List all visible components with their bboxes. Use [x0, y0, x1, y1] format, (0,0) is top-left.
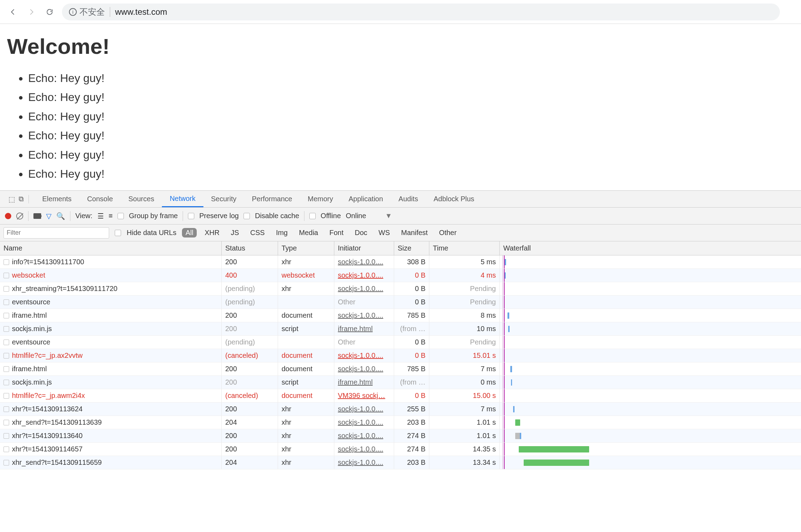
initiator-link[interactable]: sockjs-1.0.0.... — [338, 285, 383, 293]
filter-type-all[interactable]: All — [182, 228, 197, 238]
tab-adblock-plus[interactable]: Adblock Plus — [426, 191, 482, 207]
col-status[interactable]: Status — [222, 241, 278, 255]
filter-type-manifest[interactable]: Manifest — [398, 228, 431, 238]
waterfall-bar — [507, 312, 509, 319]
large-rows-icon[interactable]: ☰ — [97, 212, 104, 220]
initiator-link[interactable]: sockjs-1.0.0.... — [338, 445, 383, 453]
row-checkbox[interactable] — [4, 353, 9, 359]
tab-application[interactable]: Application — [341, 191, 391, 207]
tab-memory[interactable]: Memory — [300, 191, 341, 207]
col-time[interactable]: Time — [429, 241, 500, 255]
device-toggle-icon[interactable]: ⧉ — [19, 195, 24, 203]
row-checkbox[interactable] — [4, 460, 9, 466]
row-checkbox[interactable] — [4, 393, 9, 399]
preserve-log-checkbox[interactable] — [188, 213, 194, 219]
filter-type-doc[interactable]: Doc — [351, 228, 371, 238]
table-row[interactable]: xhr_streaming?t=1541309111720(pending)xh… — [0, 282, 801, 296]
filter-toggle-icon[interactable]: ▽ — [46, 212, 51, 220]
screenshot-icon[interactable] — [33, 213, 41, 219]
initiator-link[interactable]: sockjs-1.0.0.... — [338, 365, 383, 373]
filter-type-css[interactable]: CSS — [247, 228, 268, 238]
table-row[interactable]: xhr_send?t=1541309115659204xhrsockjs-1.0… — [0, 456, 801, 469]
col-size[interactable]: Size — [394, 241, 429, 255]
filter-type-media[interactable]: Media — [295, 228, 321, 238]
initiator-link[interactable]: sockjs-1.0.0.... — [338, 352, 383, 360]
disable-cache-checkbox[interactable] — [244, 213, 250, 219]
filter-type-js[interactable]: JS — [227, 228, 242, 238]
initiator-link[interactable]: VM396 sockj… — [338, 392, 385, 400]
reload-button[interactable] — [44, 6, 56, 18]
row-checkbox[interactable] — [4, 420, 9, 425]
chevron-down-icon[interactable]: ▼ — [385, 212, 392, 220]
offline-checkbox[interactable] — [309, 213, 316, 219]
tab-security[interactable]: Security — [203, 191, 244, 207]
table-row[interactable]: xhr?t=1541309114657200xhrsockjs-1.0.0...… — [0, 443, 801, 456]
initiator-link[interactable]: sockjs-1.0.0.... — [338, 258, 383, 266]
col-initiator[interactable]: Initiator — [334, 241, 394, 255]
hide-data-urls-checkbox[interactable] — [115, 230, 121, 236]
row-checkbox[interactable] — [4, 313, 9, 318]
initiator-link[interactable]: sockjs-1.0.0.... — [338, 458, 383, 467]
table-row[interactable]: xhr?t=1541309113640200xhrsockjs-1.0.0...… — [0, 429, 801, 443]
row-checkbox[interactable] — [4, 433, 9, 439]
table-row[interactable]: sockjs.min.js200scriptiframe.html(from …… — [0, 322, 801, 336]
initiator-link[interactable]: sockjs-1.0.0.... — [338, 432, 383, 440]
tab-network[interactable]: Network — [162, 191, 203, 207]
clear-button[interactable] — [16, 213, 23, 220]
row-checkbox[interactable] — [4, 326, 9, 332]
col-name[interactable]: Name — [0, 241, 222, 255]
tab-console[interactable]: Console — [79, 191, 120, 207]
row-checkbox[interactable] — [4, 259, 9, 265]
row-checkbox[interactable] — [4, 273, 9, 278]
search-icon[interactable]: 🔍 — [56, 212, 65, 220]
table-row[interactable]: htmlfile?c=_jp.awm2i4x(canceled)document… — [0, 389, 801, 403]
initiator-link[interactable]: sockjs-1.0.0.... — [338, 418, 383, 426]
tab-elements[interactable]: Elements — [34, 191, 79, 207]
col-waterfall[interactable]: Waterfall — [500, 241, 801, 255]
table-row[interactable]: info?t=1541309111700200xhrsockjs-1.0.0..… — [0, 255, 801, 269]
initiator-link[interactable]: iframe.html — [338, 325, 373, 333]
small-rows-icon[interactable]: ≡ — [109, 212, 113, 220]
filter-type-img[interactable]: Img — [272, 228, 291, 238]
filter-type-other[interactable]: Other — [435, 228, 460, 238]
table-row[interactable]: sockjs.min.js200scriptiframe.html(from …… — [0, 376, 801, 389]
filter-type-xhr[interactable]: XHR — [201, 228, 223, 238]
table-row[interactable]: websocket400websocketsockjs-1.0.0....0 B… — [0, 269, 801, 282]
row-checkbox[interactable] — [4, 299, 9, 305]
tab-sources[interactable]: Sources — [121, 191, 162, 207]
table-row[interactable]: htmlfile?c=_jp.ax2vvtw(canceled)document… — [0, 349, 801, 362]
initiator-link[interactable]: sockjs-1.0.0.... — [338, 405, 383, 413]
throttle-select[interactable]: Online — [346, 212, 366, 220]
filter-type-font[interactable]: Font — [326, 228, 347, 238]
row-checkbox[interactable] — [4, 366, 9, 372]
initiator-link[interactable]: Other — [338, 298, 355, 306]
initiator-link[interactable]: Other — [338, 338, 355, 346]
table-row[interactable]: eventsource(pending)Other0 BPending — [0, 296, 801, 309]
row-checkbox[interactable] — [4, 340, 9, 345]
forward-button[interactable] — [25, 6, 37, 18]
filter-type-ws[interactable]: WS — [375, 228, 393, 238]
row-checkbox[interactable] — [4, 286, 9, 292]
tab-audits[interactable]: Audits — [391, 191, 426, 207]
initiator-link[interactable]: sockjs-1.0.0.... — [338, 271, 383, 279]
row-checkbox[interactable] — [4, 446, 9, 452]
address-bar[interactable]: i 不安全 www.test.com — [62, 4, 780, 20]
table-row[interactable]: iframe.html200documentsockjs-1.0.0....78… — [0, 362, 801, 376]
record-button[interactable] — [5, 213, 11, 219]
group-by-frame-checkbox[interactable] — [118, 213, 124, 219]
cell-initiator: sockjs-1.0.0.... — [334, 269, 394, 282]
back-button[interactable] — [7, 6, 19, 18]
row-checkbox[interactable] — [4, 380, 9, 385]
initiator-link[interactable]: sockjs-1.0.0.... — [338, 311, 383, 319]
table-row[interactable]: iframe.html200documentsockjs-1.0.0....78… — [0, 309, 801, 322]
table-row[interactable]: eventsource(pending)Other0 BPending — [0, 336, 801, 349]
table-row[interactable]: xhr_send?t=1541309113639204xhrsockjs-1.0… — [0, 416, 801, 429]
col-type[interactable]: Type — [278, 241, 334, 255]
row-checkbox[interactable] — [4, 406, 9, 412]
filter-input[interactable] — [4, 227, 109, 239]
inspect-icon[interactable]: ⬚ — [8, 195, 15, 203]
table-row[interactable]: xhr?t=1541309113624200xhrsockjs-1.0.0...… — [0, 403, 801, 416]
tab-performance[interactable]: Performance — [244, 191, 300, 207]
initiator-link[interactable]: iframe.html — [338, 378, 373, 386]
cell-initiator: VM396 sockj… — [334, 389, 394, 402]
